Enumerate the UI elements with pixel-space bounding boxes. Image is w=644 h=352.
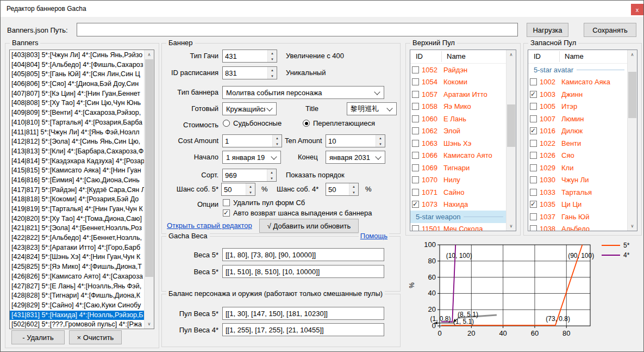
banner-list-item[interactable]: [409|809] 5*:[Венти] 4*:[Сахароза,Рэйзор… — [10, 108, 145, 118]
banner-list-item[interactable]: [422|822] 5*:[Альбедо] 4*:[Беннет,Ноэлль… — [10, 233, 145, 243]
end-date-select[interactable]: января 2031 — [326, 151, 385, 164]
pool-row[interactable]: 1054Кокоми — [410, 76, 507, 89]
scroll-up-icon[interactable]: ∧ — [145, 50, 154, 59]
banner-list-item[interactable]: [405|805] 5*:[Гань Юй] 4*:[Сян Лин,Син Ц — [10, 70, 145, 79]
banner-list-item[interactable]: [408|808] 5*:[Ху Тао] 4*:[Син Цю,Чун Юнь — [10, 98, 145, 108]
cost-amount-spinner[interactable]: ▲▼ — [222, 134, 282, 147]
ten-amount-spinner[interactable]: ▲▼ — [326, 134, 385, 147]
banner-list-item[interactable]: [428|828] 5*:[Тигнари] 4*:[Фишль,Диона,К — [10, 291, 145, 301]
pool-row[interactable]: 1037Гань Юй — [528, 211, 628, 223]
path-input[interactable] — [77, 23, 518, 36]
chance5-spinner[interactable]: ▲▼ — [221, 183, 255, 196]
pool-row[interactable]: 11501Меч Сокола — [410, 223, 507, 232]
row-checkbox[interactable] — [530, 225, 537, 231]
banner-list-item[interactable]: [420|820] 5*:[Ху Тао] 4*:[Тома,Диона,Саю… — [10, 214, 145, 224]
load-button[interactable]: Нагрузка — [527, 23, 568, 37]
help-link[interactable]: Помощь — [359, 232, 389, 240]
row-checkbox[interactable] — [530, 78, 537, 85]
option-auto-return[interactable]: Авто возврат шанса выпадения с баннера — [223, 209, 372, 217]
schedule-id-spinner[interactable]: ▲▼ — [222, 66, 277, 79]
row-checkbox[interactable] — [530, 164, 537, 171]
weights5-input[interactable] — [222, 248, 384, 261]
row-checkbox[interactable] — [530, 140, 537, 147]
pool-weights5-input[interactable] — [222, 307, 384, 320]
schedule-id-input[interactable] — [223, 67, 267, 79]
row-checkbox[interactable] — [412, 66, 419, 73]
chance4-input[interactable] — [326, 183, 349, 195]
close-button[interactable]: x — [631, 4, 643, 15]
banner-list-item[interactable]: [403|803] 5*:[Чжун Ли] 4*:[Синь Янь,Рэйз… — [10, 51, 145, 60]
pool-row[interactable]: 1033Тарталья — [528, 186, 628, 199]
banner-type-select[interactable]: Молитва события персонажа — [222, 86, 384, 99]
upper-pool-scrollbar[interactable]: ∧ ∨ — [506, 50, 516, 231]
spinner-buttons-icon[interactable]: ▲▼ — [267, 50, 277, 62]
banner-list-item[interactable]: [502|602] 5*:[???,Громовой пульс] 4*:[Рж… — [10, 320, 145, 329]
scroll-thumb[interactable] — [507, 104, 515, 147]
old-editor-link[interactable]: Открыть старый редактор — [167, 221, 252, 230]
cost-amount-input[interactable] — [223, 135, 272, 147]
row-checkbox[interactable] — [530, 189, 537, 196]
scroll-down-icon[interactable]: ∨ — [145, 319, 154, 329]
banner-list-item[interactable]: [425|825] 5*:[Яэ Мико] 4*:[Фишль,Диона,Т — [10, 262, 145, 272]
prefab-select[interactable]: Кружащийся л — [222, 102, 277, 115]
row-checkbox[interactable] — [412, 176, 419, 183]
scroll-up-icon[interactable]: ∧ — [507, 50, 516, 59]
banner-list-item[interactable]: [414|814] 5*:[Каэдэхара Кадзуха] 4*:[Роз… — [10, 157, 145, 166]
banner-list-item[interactable]: [423|823] 5*:[Аратаки Итто] 4*:[Горо,Бар… — [10, 243, 145, 253]
pool-row[interactable]: 1066Камисато Аято — [410, 150, 507, 162]
pool-row[interactable]: 1052Райдэн — [410, 64, 507, 76]
checkbox-icon[interactable] — [223, 209, 230, 217]
scroll-thumb[interactable] — [145, 59, 153, 277]
sort-spinner[interactable]: ▲▼ — [222, 169, 277, 182]
banner-list-item[interactable]: [431|831] 5*:[Нахида] 4*:[Ноэлль,Рэйзор,… — [10, 311, 145, 320]
row-checkbox[interactable] — [412, 78, 419, 85]
row-checkbox[interactable] — [530, 91, 537, 98]
upper-pool-list[interactable]: ID Name 1052Райдэн1054Кокоми1057Аратаки … — [410, 50, 516, 231]
pool-row[interactable]: 1073Нахида — [410, 199, 507, 211]
scroll-down-icon[interactable]: ∨ — [507, 221, 516, 231]
cost-radio-fate[interactable]: Судьбоносные — [223, 119, 282, 127]
title-select[interactable]: 黎明巡礼 — [347, 102, 397, 115]
option-remove-pool[interactable]: Удалить пул форм Сб — [223, 199, 305, 207]
row-checkbox[interactable] — [530, 152, 537, 159]
row-checkbox[interactable] — [412, 189, 419, 196]
banner-list-item[interactable]: [418|818] 5*:[Кокоми] 4*:[Розария,Бэй До — [10, 195, 145, 205]
pool-row[interactable]: 1058Яэ Мико — [410, 101, 507, 113]
chance4-spinner[interactable]: ▲▼ — [326, 183, 359, 196]
pool-row[interactable]: 1071Сайно — [410, 186, 507, 199]
banner-list-item[interactable]: [410|810] 5*:[Тарталья] 4*:[Розария,Барб… — [10, 118, 145, 128]
row-checkbox[interactable] — [412, 164, 419, 171]
banner-list-item[interactable]: [413|813] 5*:[Кли] 4*:[Барбара,Сахароза,… — [10, 147, 145, 157]
spinner-buttons-icon[interactable]: ▲▼ — [349, 183, 358, 195]
gacha-type-spinner[interactable]: ▲▼ — [222, 50, 277, 63]
pool-row[interactable]: 1038Альбедо — [528, 223, 628, 232]
add-or-update-button[interactable]: √ Добавить или обновить — [259, 219, 359, 233]
spinner-buttons-icon[interactable]: ▲▼ — [246, 183, 255, 195]
row-checkbox[interactable] — [530, 213, 537, 220]
chance5-input[interactable] — [222, 183, 246, 195]
scroll-thumb[interactable] — [628, 72, 636, 118]
row-checkbox[interactable] — [412, 225, 419, 231]
pool-row[interactable]: 1057Аратаки Итто — [410, 88, 507, 101]
pool-row[interactable]: 1026Сяо — [528, 150, 628, 162]
banner-list-item[interactable]: [427|827] 5*:[Е Лань] 4*:[Ноэлль,Янь Фэй… — [10, 282, 145, 292]
pool-row[interactable]: 1069Тигнари — [410, 162, 507, 174]
spinner-buttons-icon[interactable]: ▲▼ — [376, 135, 385, 147]
row-checkbox[interactable] — [530, 115, 537, 122]
pool-row[interactable]: 1005Итэр — [528, 101, 628, 113]
radio-icon[interactable] — [303, 120, 310, 127]
start-date-select[interactable]: 1 января 19 — [222, 151, 281, 164]
pool-row[interactable]: 1035Ци Ци — [528, 199, 628, 211]
pool-row[interactable]: 1060Е Лань — [410, 113, 507, 125]
pool-row[interactable]: 1062Элой — [410, 125, 507, 138]
column-id[interactable]: ID — [534, 52, 541, 60]
spinner-buttons-icon[interactable]: ▲▼ — [267, 169, 276, 181]
banner-list-item[interactable]: [411|811] 5*:[Чжун Ли] 4*:[Янь Фэй,Ноэлл — [10, 128, 145, 138]
pool-row[interactable]: 1030Чжун Ли — [528, 174, 628, 187]
delete-banner-button[interactable]: - Удалить — [11, 330, 65, 344]
spinner-buttons-icon[interactable]: ▲▼ — [272, 135, 282, 147]
pool-row[interactable]: 1007Люмин — [528, 113, 628, 125]
row-checkbox[interactable] — [530, 201, 537, 208]
row-checkbox[interactable] — [412, 91, 419, 98]
ten-amount-input[interactable] — [326, 135, 376, 147]
